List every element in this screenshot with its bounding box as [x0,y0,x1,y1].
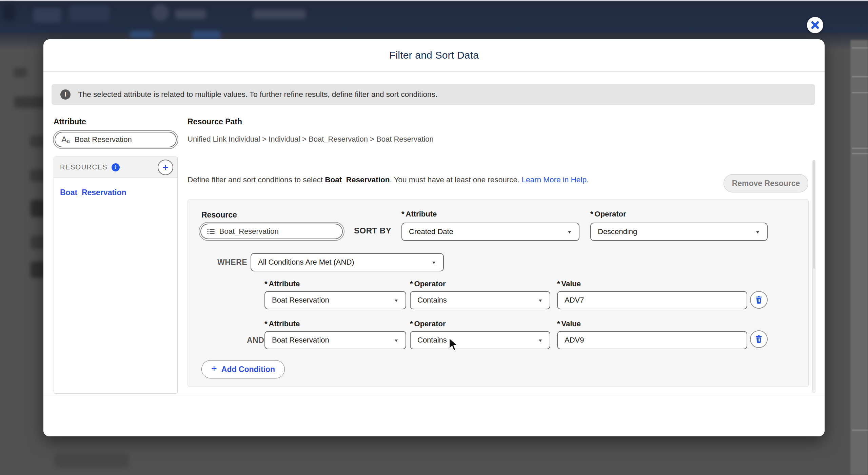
sort-operator-label: *Operator [590,210,626,219]
condition2-attribute-dropdown[interactable]: Boat Reservation ▼ [264,331,406,349]
condition2-operator-dropdown[interactable]: Contains ▼ [410,331,550,349]
attribute-field[interactable]: A a [53,130,178,149]
condition2-operator-label: *Operator [410,319,446,328]
plus-icon: + [211,363,217,374]
nav-blob [175,9,206,19]
resource-field-label: Resource [201,210,237,220]
info-banner: i The selected attribute is related to m… [52,84,815,105]
sidebar-blob [14,68,27,77]
trash-icon [755,295,763,304]
condition1-operator-label: *Operator [410,280,446,288]
add-resource-button[interactable]: + [158,160,173,175]
chevron-down-icon: ▼ [538,298,543,303]
condition2-attribute-label: *Attribute [264,319,300,328]
background-line [852,47,868,48]
nav-blob [253,9,306,19]
sort-by-label: SORT BY [354,226,391,235]
description-resource-name: Boat_Reservation [325,175,390,184]
attribute-input[interactable] [75,135,170,144]
sort-attribute-label: *Attribute [401,210,437,219]
background-line [852,153,868,154]
condition1-value-input[interactable] [557,291,747,309]
filter-description: Define filter and sort conditions to sel… [188,175,589,184]
chevron-down-icon: ▼ [394,338,399,343]
background-line [852,92,868,93]
close-icon [807,17,823,33]
modal-header: Filter and Sort Data [43,39,825,72]
chevron-down-icon: ▼ [538,338,543,343]
trash-icon [755,335,763,344]
condition1-value-label: *Value [557,280,581,288]
filter-sort-panel: Resource SORT BY *Attribute Created Date… [188,199,809,387]
condition1-attribute-label: *Attribute [264,280,300,288]
background-right-panel [850,40,868,475]
info-icon: i [60,89,71,100]
condition2-value-input[interactable] [557,331,747,349]
remove-resource-button[interactable]: Remove Resource [724,174,808,192]
scrollbar-track[interactable] [812,160,815,393]
chevron-down-icon: ▼ [567,229,572,234]
condition2-value-label: *Value [557,319,581,328]
attribute-field-inner: A a [55,132,177,147]
description-suffix: . You must have at least one resource. [390,175,522,184]
background-tab-blob [192,31,221,40]
condition1-delete-button[interactable] [750,291,768,309]
nav-blob [33,8,61,22]
list-icon [207,228,215,235]
close-modal-button[interactable] [807,17,823,33]
chevron-down-icon: ▼ [431,260,436,265]
sort-operator-dropdown[interactable]: Descending ▼ [590,223,768,241]
resource-field-inner [200,224,343,239]
condition1-operator-dropdown[interactable]: Contains ▼ [410,291,550,309]
info-banner-text: The selected attribute is related to mul… [78,90,437,99]
condition2-delete-button[interactable] [750,330,768,348]
learn-more-link[interactable]: Learn More in Help. [522,175,589,184]
where-condition-dropdown[interactable]: All Conditions Are Met (AND) ▼ [251,253,444,271]
background-tab-blob [130,31,153,39]
attribute-label: Attribute [54,117,86,126]
resource-field[interactable] [199,222,344,241]
chevron-down-icon: ▼ [755,229,760,234]
add-condition-button[interactable]: + Add Condition [201,360,285,378]
filter-and-sort-modal: Filter and Sort Data i The selected attr… [43,39,825,436]
mouse-cursor [448,337,460,352]
sort-attribute-dropdown[interactable]: Created Date ▼ [401,223,579,241]
chevron-down-icon: ▼ [394,298,399,303]
description-prefix: Define filter and sort conditions to sel… [188,175,325,184]
resources-header-label: RESOURCES [60,163,107,171]
modal-footer: Next [43,395,825,436]
resources-panel: RESOURCES i + Boat_Reservation [54,157,178,394]
resources-info-icon: i [112,163,120,171]
background-line [852,430,868,431]
and-label: AND [247,336,264,345]
background-line [852,76,868,77]
text-type-icon: A a [61,136,70,144]
modal-title: Filter and Sort Data [389,49,479,61]
global-nav-bar-dimmed [0,1,868,33]
nav-blob [152,4,169,21]
nav-blob [70,5,110,22]
background-line [852,148,868,149]
resources-panel-header: RESOURCES i + [54,157,177,178]
sidebar-blob [54,454,129,468]
scrollbar-thumb[interactable] [813,160,815,269]
condition1-attribute-dropdown[interactable]: Boat Reservation ▼ [264,291,406,309]
resource-input[interactable] [219,227,336,236]
resource-path-label: Resource Path [188,117,242,126]
resource-path-value: Unified Link Individual > Individual > B… [188,135,434,144]
nav-blob [3,4,15,20]
resource-list-item[interactable]: Boat_Reservation [60,188,177,197]
where-label: WHERE [217,258,247,267]
